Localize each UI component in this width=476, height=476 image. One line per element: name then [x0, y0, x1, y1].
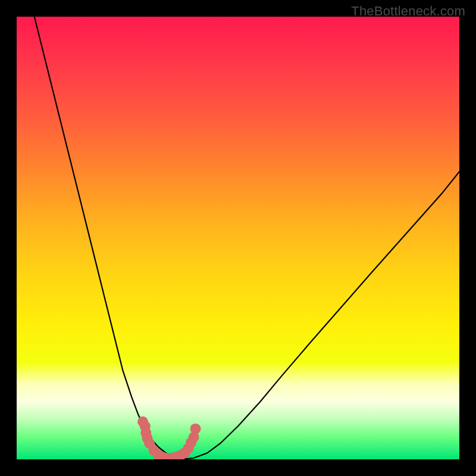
curve-layer: [17, 17, 459, 459]
watermark-text: TheBottleneck.com: [351, 4, 465, 19]
bottleneck-curve: [35, 17, 459, 459]
chart-frame: TheBottleneck.com: [0, 0, 476, 476]
plot-area: [17, 17, 459, 459]
marker-dot: [190, 424, 201, 434]
highlight-dots: [137, 416, 201, 459]
